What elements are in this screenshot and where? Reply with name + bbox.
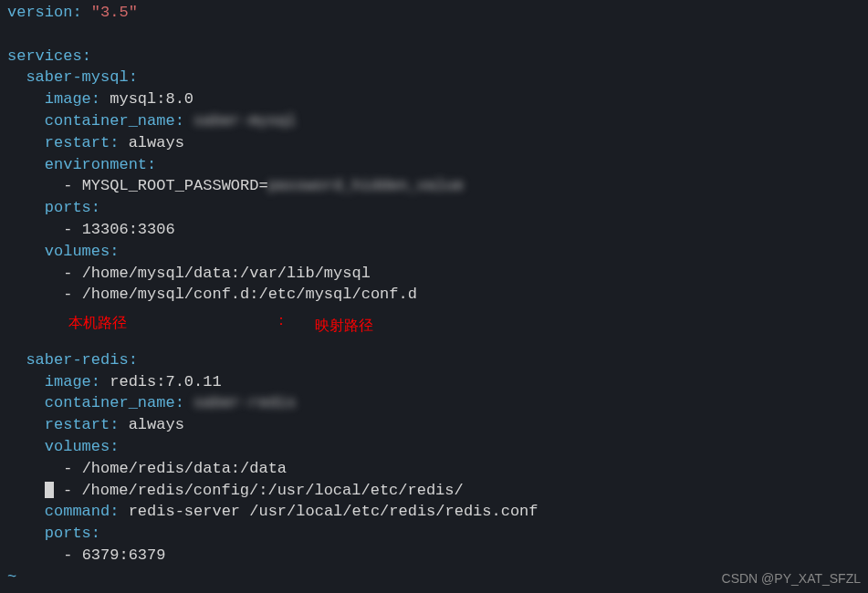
line-mysql-vol2: - /home/mysql/conf.d:/etc/mysql/conf.d [7,284,861,306]
line-blank3 [7,328,861,349]
key-redis-volumes: volumes [45,438,110,455]
value-redis-vol1: /home/redis/data:/data [82,460,287,477]
value-mysql-vol1: /home/mysql/data:/var/lib/mysql [82,265,371,282]
annotation-mapped-path: 映射路径 [315,316,373,336]
line-blank [7,24,861,46]
line-redis-name: saber-redis: [7,349,861,371]
line-services: services: [7,46,861,68]
watermark-text: CSDN @PY_XAT_SFZL [722,570,861,588]
value-redis-restart: always [129,416,184,433]
value-mysql-env-var: MYSQL_ROOT_PASSWORD= [82,177,268,194]
value-redis-port: 6379:6379 [82,546,166,564]
line-redis-port-value: - 6379:6379 [7,545,861,567]
value-redis-command: redis-server /usr/local/etc/redis/redis.… [129,503,539,520]
key-mysql-service: saber-mysql [26,68,128,86]
value-redis-vol2: /home/redis/config/:/usr/local/etc/redis… [81,482,463,499]
value-redis-image: redis:7.0.11 [110,373,221,390]
line-redis-ports: ports: [7,523,861,545]
line-redis-vol1: - /home/redis/data:/data [7,458,861,480]
line-redis-image: image: redis:7.0.11 [7,371,861,393]
key-redis-ports: ports [45,525,91,542]
key-redis-container: container_name [45,394,175,411]
value-mysql-port: 13306:3306 [82,221,175,238]
line-mysql-name: saber-mysql: [7,67,861,88]
value-mysql-image: mysql:8.0 [110,90,193,108]
line-redis-vol2: - /home/redis/config/:/usr/local/etc/red… [7,480,861,502]
line-redis-volumes: volumes: [7,436,861,458]
key-volumes: volumes [45,243,110,260]
vim-tilde: ~ [7,568,16,586]
yaml-editor[interactable]: version: "3.5" services: saber-mysql: im… [0,0,868,590]
key-container-name: container_name [45,112,175,130]
annotation-local-path: 本机路径 [68,313,127,333]
line-mysql-restart: restart: always [7,132,861,154]
key-redis-service: saber-redis [26,351,128,369]
cursor-block [45,482,54,498]
line-redis-command: command: redis-server /usr/local/etc/red… [7,501,861,523]
line-mysql-port-value: - 13306:3306 [7,219,861,241]
annotation-colon: ： [274,310,288,330]
key-restart: restart [45,134,110,151]
value-redis-container-blurred: saber-redis [193,394,296,411]
line-mysql-ports: ports: [7,197,861,219]
line-mysql-env: environment: [7,154,861,176]
line-mysql-volumes: volumes: [7,241,861,263]
key-services: services [7,47,82,65]
line-redis-restart: restart: always [7,414,861,436]
value-version: "3.5" [91,4,138,21]
line-version: version: "3.5" [7,2,861,24]
value-mysql-container-blurred: saber-mysql [193,112,296,130]
value-mysql-env-blurred: password_hidden_value [268,177,464,194]
key-environment: environment [45,156,147,173]
key-image: image [45,90,91,108]
line-mysql-env-var: - MYSQL_ROOT_PASSWORD=password_hidden_va… [7,175,861,197]
key-redis-image: image [45,373,91,390]
line-blank2 [7,306,861,328]
line-mysql-vol1: - /home/mysql/data:/var/lib/mysql [7,263,861,285]
value-mysql-restart: always [129,134,184,151]
key-redis-command: command [45,503,110,520]
line-redis-container: container_name: saber-redis [7,392,861,414]
value-mysql-vol2: /home/mysql/conf.d:/etc/mysql/conf.d [82,286,417,303]
key-ports: ports [45,199,91,216]
line-mysql-image: image: mysql:8.0 [7,88,861,110]
line-mysql-container: container_name: saber-mysql [7,110,861,132]
key-version: version [7,4,72,21]
key-redis-restart: restart [45,416,110,433]
